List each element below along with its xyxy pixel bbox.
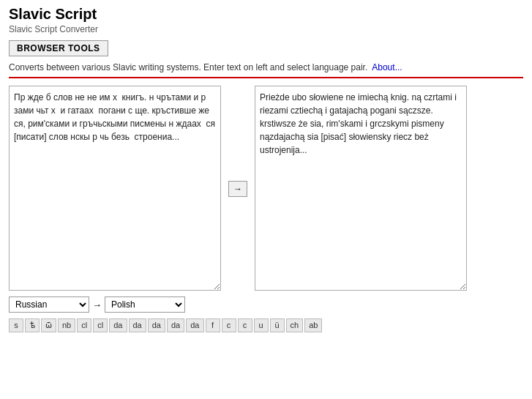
controls-row: RussianPolishCzechOld Church SlavonicBul… [9, 297, 523, 313]
target-language-select[interactable]: PolishRussianCzechOld Church SlavonicBul… [105, 297, 185, 313]
char-btn-9[interactable]: da [167, 318, 184, 332]
input-area [9, 86, 221, 291]
char-btn-3[interactable]: nb [58, 318, 75, 332]
char-btn-1[interactable]: ѣ [25, 318, 40, 332]
char-btn-7[interactable]: da [129, 318, 146, 332]
arrow-label: → [92, 299, 102, 310]
source-language-select[interactable]: RussianPolishCzechOld Church SlavonicBul… [9, 297, 89, 313]
char-btn-4[interactable]: cl [77, 318, 91, 332]
output-textarea[interactable] [255, 86, 467, 291]
convert-arrow-button[interactable]: → [228, 181, 247, 197]
about-link[interactable]: About... [372, 62, 402, 72]
arrow-column: → [228, 86, 247, 197]
char-btn-6[interactable]: dа [109, 318, 127, 332]
input-textarea[interactable] [9, 86, 221, 291]
char-btn-8[interactable]: da [148, 318, 165, 332]
char-btn-13[interactable]: c [238, 318, 252, 332]
page-subtitle: Slavic Script Converter [9, 24, 523, 34]
char-btn-15[interactable]: ü [270, 318, 285, 332]
browser-tools-button[interactable]: BROWSER TOOLS [9, 40, 108, 56]
converter-area: → [9, 86, 523, 291]
char-btn-11[interactable]: f [206, 318, 220, 332]
char-btn-17[interactable]: ab [304, 318, 322, 332]
char-btn-10[interactable]: da [186, 318, 203, 332]
char-btn-14[interactable]: u [254, 318, 269, 332]
output-area [255, 86, 467, 291]
character-bar: ѕ ѣ ѿ nb cl cl dа da da da da f c c u ü … [9, 318, 523, 332]
char-btn-12[interactable]: c [222, 318, 236, 332]
description-label: Converts between various Slavic writing … [9, 62, 367, 72]
page-title: Slavic Script [9, 6, 523, 23]
char-btn-16[interactable]: ch [286, 318, 304, 332]
char-btn-2[interactable]: ѿ [41, 318, 56, 332]
char-btn-0[interactable]: ѕ [9, 318, 23, 332]
description-text: Converts between various Slavic writing … [9, 62, 523, 78]
char-btn-5[interactable]: cl [93, 318, 108, 332]
